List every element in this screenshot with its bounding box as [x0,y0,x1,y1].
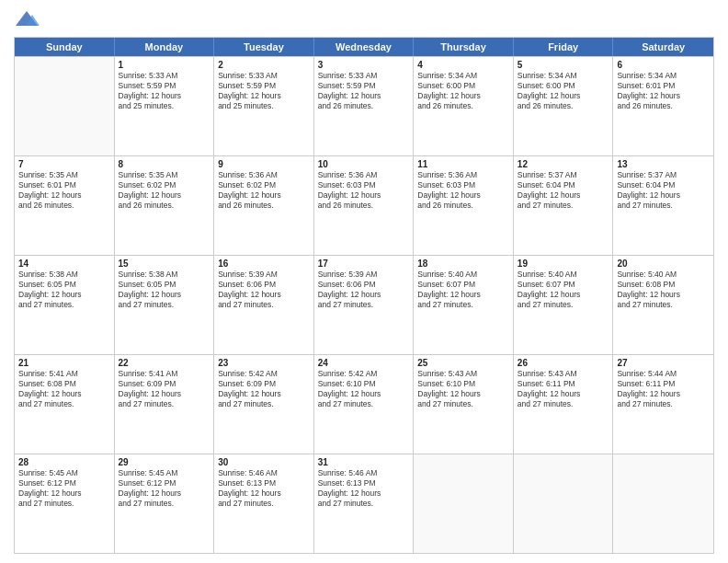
sunrise-text: Sunrise: 5:34 AM [518,71,609,81]
day-number: 9 [218,159,310,169]
daylight-text: Daylight: 12 hours [417,290,509,300]
calendar-cell-1-1: 8Sunrise: 5:35 AMSunset: 6:02 PMDaylight… [115,156,215,255]
header-day-sunday: Sunday [15,38,115,56]
sunrise-text: Sunrise: 5:35 AM [119,170,210,180]
sunset-text: Sunset: 6:07 PM [417,280,509,290]
daylight-text2: and 27 minutes. [617,300,710,310]
calendar-cell-2-0: 14Sunrise: 5:38 AMSunset: 6:05 PMDayligh… [15,256,115,354]
daylight-text: Daylight: 12 hours [417,389,509,399]
daylight-text2: and 26 minutes. [518,101,609,111]
day-number: 31 [318,457,410,467]
calendar-cell-3-6: 27Sunrise: 5:44 AMSunset: 6:11 PMDayligh… [613,355,713,454]
sunset-text: Sunset: 6:04 PM [617,180,710,190]
daylight-text2: and 27 minutes. [218,499,310,509]
calendar-row-3: 21Sunrise: 5:41 AMSunset: 6:08 PMDayligh… [15,354,713,454]
daylight-text: Daylight: 12 hours [119,91,210,101]
sunrise-text: Sunrise: 5:42 AM [218,369,310,379]
logo-icon [14,9,40,29]
daylight-text: Daylight: 12 hours [18,488,110,499]
daylight-text: Daylight: 12 hours [119,190,210,201]
sunset-text: Sunset: 6:03 PM [417,180,509,190]
daylight-text: Daylight: 12 hours [18,190,110,201]
sunset-text: Sunset: 6:10 PM [417,379,509,389]
calendar-cell-0-0 [15,57,115,155]
day-number: 5 [518,60,609,70]
daylight-text: Daylight: 12 hours [417,91,509,101]
sunrise-text: Sunrise: 5:33 AM [318,71,410,81]
calendar-cell-4-1: 29Sunrise: 5:45 AMSunset: 6:12 PMDayligh… [115,454,215,553]
daylight-text2: and 27 minutes. [18,300,110,310]
daylight-text2: and 27 minutes. [218,399,310,409]
calendar-cell-1-4: 11Sunrise: 5:36 AMSunset: 6:03 PMDayligh… [414,156,514,255]
sunrise-text: Sunrise: 5:41 AM [18,369,110,379]
daylight-text2: and 27 minutes. [119,300,210,310]
calendar-cell-2-5: 19Sunrise: 5:40 AMSunset: 6:07 PMDayligh… [514,256,614,354]
sunset-text: Sunset: 6:00 PM [518,81,609,91]
sunset-text: Sunset: 6:02 PM [119,180,210,190]
calendar-cell-2-1: 15Sunrise: 5:38 AMSunset: 6:05 PMDayligh… [115,256,215,354]
sunset-text: Sunset: 6:01 PM [18,180,110,190]
calendar-cell-0-3: 3Sunrise: 5:33 AMSunset: 5:59 PMDaylight… [314,57,415,155]
daylight-text2: and 27 minutes. [318,399,410,409]
daylight-text: Daylight: 12 hours [218,190,310,201]
daylight-text2: and 26 minutes. [119,201,210,211]
daylight-text: Daylight: 12 hours [218,91,310,101]
sunset-text: Sunset: 6:10 PM [318,379,410,389]
daylight-text: Daylight: 12 hours [518,190,609,201]
day-number: 2 [218,60,310,70]
day-number: 13 [617,159,710,169]
sunset-text: Sunset: 6:05 PM [18,280,110,290]
daylight-text: Daylight: 12 hours [318,91,410,101]
sunset-text: Sunset: 6:07 PM [518,280,609,290]
sunset-text: Sunset: 6:06 PM [218,280,310,290]
sunset-text: Sunset: 6:09 PM [119,379,210,389]
daylight-text2: and 27 minutes. [617,201,710,211]
sunset-text: Sunset: 6:13 PM [318,478,410,488]
daylight-text: Daylight: 12 hours [119,488,210,499]
day-number: 3 [318,60,410,70]
sunrise-text: Sunrise: 5:37 AM [518,170,609,180]
sunrise-text: Sunrise: 5:39 AM [318,270,410,280]
calendar-cell-1-0: 7Sunrise: 5:35 AMSunset: 6:01 PMDaylight… [15,156,115,255]
header-day-wednesday: Wednesday [314,38,415,56]
sunset-text: Sunset: 6:02 PM [218,180,310,190]
day-number: 17 [318,259,410,269]
sunset-text: Sunset: 6:00 PM [417,81,509,91]
day-number: 18 [417,259,509,269]
daylight-text2: and 26 minutes. [417,101,509,111]
calendar-cell-3-3: 24Sunrise: 5:42 AMSunset: 6:10 PMDayligh… [314,355,415,454]
calendar-row-0: 1Sunrise: 5:33 AMSunset: 5:59 PMDaylight… [15,56,713,155]
sunrise-text: Sunrise: 5:46 AM [318,468,410,478]
sunset-text: Sunset: 6:03 PM [318,180,410,190]
day-number: 12 [518,159,609,169]
calendar-cell-4-3: 31Sunrise: 5:46 AMSunset: 6:13 PMDayligh… [314,454,415,553]
day-number: 20 [617,259,710,269]
calendar-row-4: 28Sunrise: 5:45 AMSunset: 6:12 PMDayligh… [15,454,713,553]
sunrise-text: Sunrise: 5:45 AM [18,468,110,478]
calendar-body: 1Sunrise: 5:33 AMSunset: 5:59 PMDaylight… [15,56,713,553]
daylight-text: Daylight: 12 hours [18,389,110,399]
daylight-text: Daylight: 12 hours [617,190,710,201]
sunrise-text: Sunrise: 5:36 AM [318,170,410,180]
daylight-text: Daylight: 12 hours [318,290,410,300]
calendar-cell-0-5: 5Sunrise: 5:34 AMSunset: 6:00 PMDaylight… [514,57,614,155]
daylight-text2: and 25 minutes. [218,101,310,111]
sunrise-text: Sunrise: 5:40 AM [417,270,509,280]
daylight-text2: and 27 minutes. [18,399,110,409]
daylight-text: Daylight: 12 hours [318,190,410,201]
sunset-text: Sunset: 5:59 PM [218,81,310,91]
calendar-cell-3-1: 22Sunrise: 5:41 AMSunset: 6:09 PMDayligh… [115,355,215,454]
calendar-cell-1-6: 13Sunrise: 5:37 AMSunset: 6:04 PMDayligh… [613,156,713,255]
sunrise-text: Sunrise: 5:34 AM [417,71,509,81]
header-day-saturday: Saturday [613,38,713,56]
sunrise-text: Sunrise: 5:33 AM [119,71,210,81]
sunrise-text: Sunrise: 5:37 AM [617,170,710,180]
daylight-text: Daylight: 12 hours [617,389,710,399]
sunset-text: Sunset: 6:12 PM [119,478,210,488]
header-day-friday: Friday [514,38,614,56]
daylight-text2: and 26 minutes. [617,101,710,111]
sunrise-text: Sunrise: 5:40 AM [617,270,710,280]
daylight-text2: and 26 minutes. [18,201,110,211]
sunset-text: Sunset: 6:05 PM [119,280,210,290]
daylight-text2: and 27 minutes. [518,300,609,310]
